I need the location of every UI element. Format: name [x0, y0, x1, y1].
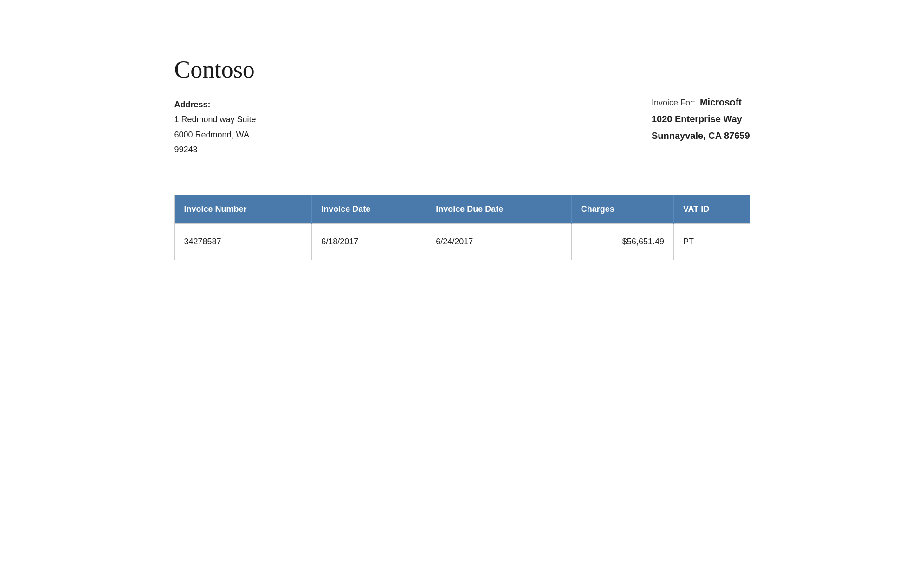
col-header-vat-id: VAT ID	[673, 195, 750, 223]
col-header-invoice-number: Invoice Number	[174, 195, 312, 223]
address-line1: 1 Redmond way Suite	[174, 112, 256, 127]
invoice-for-address-line2: Sunnayvale, CA 87659	[652, 127, 750, 144]
table-row: 34278587 6/18/2017 6/24/2017 $56,651.49 …	[174, 223, 750, 260]
invoice-for-label: Invoice For:	[652, 98, 695, 108]
from-address-block: Address: 1 Redmond way Suite 6000 Redmon…	[174, 97, 256, 157]
address-line3: 99243	[174, 142, 256, 157]
cell-invoice-date: 6/18/2017	[312, 223, 426, 260]
invoice-for-address-line1: 1020 Enterprise Way	[652, 111, 750, 127]
invoice-table: Invoice Number Invoice Date Invoice Due …	[174, 195, 750, 260]
col-header-invoice-due-date: Invoice Due Date	[426, 195, 572, 223]
address-line2: 6000 Redmond, WA	[174, 127, 256, 142]
table-header-row: Invoice Number Invoice Date Invoice Due …	[174, 195, 750, 223]
cell-invoice-due-date: 6/24/2017	[426, 223, 572, 260]
header-section: Address: 1 Redmond way Suite 6000 Redmon…	[174, 97, 750, 157]
invoice-for-company: Microsoft	[700, 97, 742, 108]
company-name: Contoso	[174, 56, 750, 83]
cell-invoice-number: 34278587	[174, 223, 312, 260]
cell-vat-id: PT	[673, 223, 750, 260]
invoice-for-row: Invoice For: Microsoft	[652, 97, 750, 108]
col-header-charges: Charges	[571, 195, 673, 223]
page-container: Contoso Address: 1 Redmond way Suite 600…	[137, 0, 787, 297]
invoice-for-block: Invoice For: Microsoft 1020 Enterprise W…	[652, 97, 750, 144]
address-label: Address:	[174, 97, 256, 112]
cell-charges: $56,651.49	[571, 223, 673, 260]
col-header-invoice-date: Invoice Date	[312, 195, 426, 223]
